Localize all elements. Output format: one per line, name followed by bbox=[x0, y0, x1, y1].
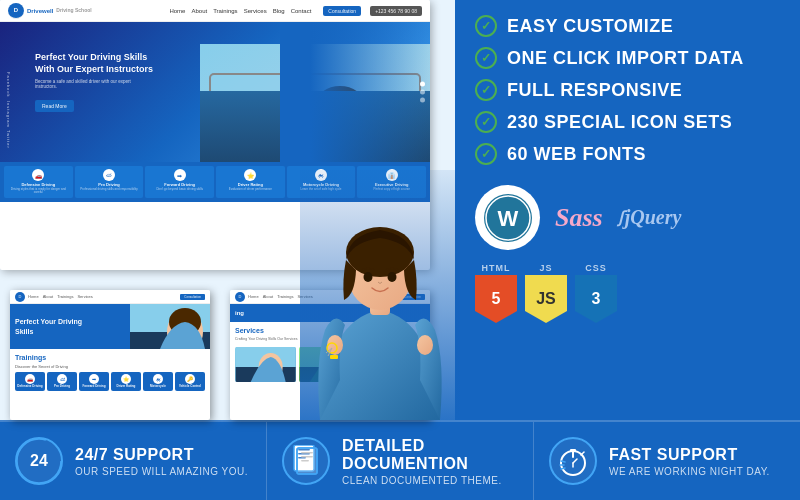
tc-3-title: Forward Driving bbox=[81, 385, 107, 389]
nav-dot-3[interactable] bbox=[420, 98, 425, 103]
bottom-strip: 24 24/7 SUPPORT OUR SPEED WILL AMAZING Y… bbox=[0, 420, 800, 500]
html5-badge: HTML 5 bbox=[475, 263, 517, 323]
logo-icon: D bbox=[8, 3, 24, 19]
support-247-icon-circle: 24 bbox=[15, 437, 63, 485]
fast-support-icon-circle bbox=[549, 437, 597, 485]
wp-svg: W bbox=[483, 193, 533, 243]
hero-cta-btn[interactable]: Read More bbox=[35, 100, 74, 112]
mockup-hero: Facebook Instagram Twitter Perfect Your … bbox=[0, 22, 430, 162]
trainings-consult-btn[interactable]: Consultation bbox=[180, 294, 205, 300]
feature-web-fonts: 60 WEB FONTS bbox=[475, 143, 780, 165]
tc-3-icon: ➡ bbox=[89, 374, 99, 384]
svg-line-56 bbox=[581, 452, 584, 455]
tc-6-title: Vehicle Control bbox=[177, 385, 203, 389]
check-icon-1 bbox=[475, 15, 497, 37]
js-number: JS bbox=[536, 291, 556, 307]
instagram-link[interactable]: Instagram bbox=[6, 101, 11, 128]
timer-arc-svg bbox=[15, 437, 63, 485]
svg-point-33 bbox=[417, 335, 433, 355]
js-shield: JS bbox=[525, 275, 567, 323]
tc-2: 🏎 Pro Driving bbox=[47, 372, 77, 391]
twitter-link[interactable]: Twitter bbox=[6, 130, 11, 149]
trainings-content: Trainings Discover the Secret of Driving… bbox=[10, 349, 210, 396]
svg-rect-48 bbox=[301, 452, 313, 454]
trainings-nav-links: Home About Trainings Services bbox=[28, 294, 93, 299]
logo-text: Drivewell bbox=[27, 8, 53, 14]
tc-4-title: Driver Rating bbox=[113, 385, 139, 389]
feature-responsive: FULL RESPONSIVE bbox=[475, 79, 780, 101]
service-img-1-svg bbox=[235, 347, 296, 382]
fast-support-text: FAST SUPPORT WE ARE WORKING NIGHT DAY. bbox=[609, 446, 770, 477]
trainings-hero: Perfect Your Driving Skills bbox=[10, 304, 210, 349]
forward-icon: ➡ bbox=[174, 169, 186, 181]
sass-logo: Sass bbox=[555, 205, 603, 231]
support-247-text: 24/7 SUPPORT OUR SPEED WILL AMAZING YOU. bbox=[75, 446, 248, 477]
nav-dot-2[interactable] bbox=[420, 90, 425, 95]
defensive-icon: 🚗 bbox=[32, 169, 44, 181]
woman-photo bbox=[300, 170, 460, 420]
detailed-docs: DETAILED DOCUMENTION CLEAN DOCUMENTED TH… bbox=[267, 422, 534, 500]
support-247: 24 24/7 SUPPORT OUR SPEED WILL AMAZING Y… bbox=[0, 422, 267, 500]
svg-point-30 bbox=[364, 272, 373, 282]
tc-4-icon: ⭐ bbox=[121, 374, 131, 384]
tech-logos-row: W Sass ʃ jQuery bbox=[475, 185, 780, 250]
trainings-discover: Discover the Secret of Driving bbox=[15, 364, 205, 369]
css-label: CSS bbox=[585, 263, 607, 273]
services-hero-title: ing bbox=[235, 310, 244, 316]
defensive-desc: Driving styles that is ready for danger … bbox=[7, 188, 70, 195]
pro-icon: 🏎 bbox=[103, 169, 115, 181]
docs-subtitle: CLEAN DOCUMENTED THEME. bbox=[342, 475, 518, 486]
social-sidebar: Facebook Instagram Twitter bbox=[6, 72, 11, 149]
check-icon-2 bbox=[475, 47, 497, 69]
tc-5: 🏍 Motorcycle bbox=[143, 372, 173, 391]
feature-label-2: ONE CLICK IMPORT DATA bbox=[507, 48, 744, 69]
svg-line-59 bbox=[561, 461, 565, 462]
service-img-1: Defensive Driving Course bbox=[235, 347, 296, 382]
check-icon-4 bbox=[475, 111, 497, 133]
service-pro: 🏎 Pro Driving Professional driving skill… bbox=[75, 166, 144, 198]
pro-desc: Professional driving skills and responsi… bbox=[78, 188, 141, 192]
jquery-text: jQuery bbox=[625, 206, 682, 229]
facebook-link[interactable]: Facebook bbox=[6, 72, 11, 98]
trainings-hero-svg bbox=[130, 304, 210, 349]
trainings-hero-img bbox=[130, 304, 210, 349]
tc-4: ⭐ Driver Rating bbox=[111, 372, 141, 391]
feature-label-1: EASY CUSTOMIZE bbox=[507, 16, 673, 37]
nav-dot-1[interactable] bbox=[420, 82, 425, 87]
trainings-hero-heading: Perfect Your Driving Skills bbox=[15, 317, 95, 335]
trainings-title: Trainings bbox=[15, 354, 205, 361]
tc-6: 🔑 Vehicle Control bbox=[175, 372, 205, 391]
css3-number: 3 bbox=[592, 291, 601, 307]
sass-text: Sass bbox=[555, 205, 603, 231]
svg-rect-49 bbox=[301, 456, 313, 458]
tc-2-icon: 🏎 bbox=[57, 374, 67, 384]
docs-icon-circle bbox=[282, 437, 330, 485]
mockup-nav: D Drivewell Driving School Home About Tr… bbox=[0, 0, 430, 22]
trainings-logo: D bbox=[15, 292, 25, 302]
jquery-tilde: ʃ bbox=[618, 208, 623, 227]
svg-line-54 bbox=[573, 459, 577, 463]
svg-text:W: W bbox=[497, 206, 518, 231]
trainings-nav: D Home About Trainings Services Consulta… bbox=[10, 290, 210, 304]
html5-shield: 5 bbox=[475, 275, 517, 323]
feature-icon-sets: 230 SPECIAL ICON SETS bbox=[475, 111, 780, 133]
hero-overlay bbox=[280, 22, 430, 162]
hero-subtext: Become a safe and skilled driver with ou… bbox=[35, 79, 145, 89]
feature-easy-customize: EASY CUSTOMIZE bbox=[475, 15, 780, 37]
rating-desc: Evaluation of driver performance bbox=[219, 188, 282, 192]
feature-list: EASY CUSTOMIZE ONE CLICK IMPORT DATA FUL… bbox=[475, 15, 780, 165]
svg-point-31 bbox=[388, 272, 397, 282]
fast-support-title: FAST SUPPORT bbox=[609, 446, 770, 464]
nav-dots bbox=[420, 82, 425, 103]
woman-svg bbox=[300, 170, 460, 420]
svg-point-41 bbox=[17, 439, 61, 483]
js-label: JS bbox=[539, 263, 552, 273]
nav-links: Home About Trainings Services Blog Conta… bbox=[169, 8, 311, 14]
phone-button: +123 456 78 90 08 bbox=[370, 6, 422, 16]
service-forward: ➡ Forward Driving Don't go beyond basic … bbox=[145, 166, 214, 198]
mockup-logo: D Drivewell Driving School bbox=[8, 3, 92, 19]
hero-text: Perfect Your Driving Skills With Our Exp… bbox=[20, 37, 180, 127]
svg-rect-50 bbox=[301, 460, 309, 462]
hero-heading: Perfect Your Driving Skills With Our Exp… bbox=[35, 52, 165, 75]
consult-button[interactable]: Consultation bbox=[323, 6, 361, 16]
